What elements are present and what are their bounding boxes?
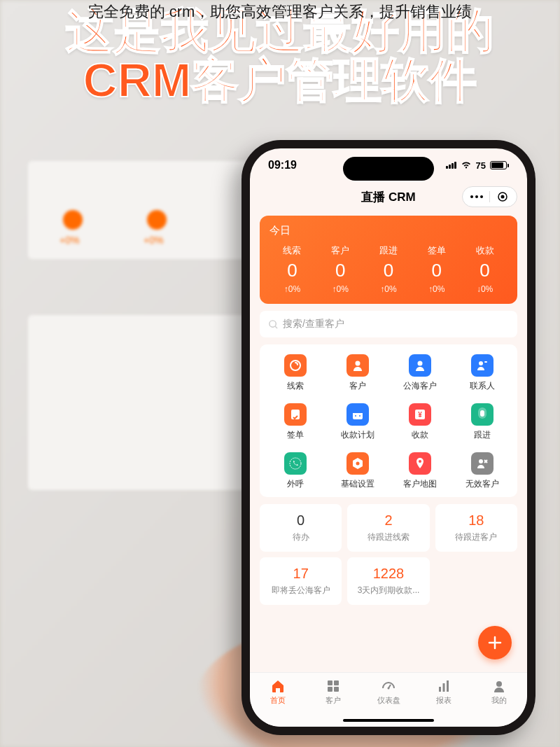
- svg-point-8: [355, 361, 360, 366]
- grid-label: 跟进: [474, 429, 491, 441]
- settings-icon: [346, 452, 369, 475]
- feature-grid-card: 线索 客户 公海客户 联系人 签单 收款计划¥ 收款 跟进 外呼 基础设置 客户…: [260, 344, 517, 497]
- stat-label: 线索: [268, 244, 316, 257]
- svg-point-0: [470, 195, 473, 198]
- search-placeholder: 搜索/查重客户: [283, 318, 344, 330]
- customers-tab-icon: [326, 678, 341, 694]
- tab-home[interactable]: 首页: [250, 678, 305, 727]
- stat-value: 0: [316, 260, 365, 281]
- tab-label: 报表: [436, 695, 451, 706]
- svg-point-5: [270, 320, 276, 326]
- task-label: 3天内到期收款...: [351, 585, 425, 596]
- grid-label: 签单: [287, 429, 304, 441]
- payment-icon: ¥: [409, 403, 431, 426]
- grid-item-invalid[interactable]: 无效客户: [452, 452, 512, 490]
- task-card[interactable]: 18 待跟进客户: [435, 504, 517, 552]
- bg-pct: +0%: [144, 235, 163, 246]
- grid-item-lead[interactable]: 线索: [265, 354, 325, 392]
- svg-point-10: [479, 361, 483, 365]
- task-card[interactable]: 17 即将丢公海客户: [260, 557, 342, 605]
- fab-add-button[interactable]: [478, 626, 512, 659]
- stat-label: 跟进: [365, 244, 413, 257]
- plus-icon: [488, 636, 502, 650]
- grid-item-public-customer[interactable]: 公海客户: [390, 354, 449, 392]
- task-card[interactable]: 1228 3天内到期收款...: [347, 557, 429, 605]
- task-number: 17: [264, 566, 337, 582]
- menu-dots-icon[interactable]: [470, 190, 484, 204]
- today-label: 今日: [268, 224, 509, 237]
- app-header: 直播 CRM: [250, 182, 527, 211]
- grid-item-payment[interactable]: ¥ 收款: [390, 403, 449, 441]
- home-indicator: [343, 719, 434, 722]
- stat-item[interactable]: 线索 0 ↑0%: [268, 244, 316, 294]
- svg-point-30: [388, 687, 390, 690]
- report-icon: [436, 678, 451, 694]
- bg-stat-dot: [147, 210, 167, 230]
- battery-icon: [490, 161, 509, 169]
- stat-label: 收款: [461, 244, 509, 257]
- grid-label: 公海客户: [403, 380, 437, 392]
- stat-delta: ↑0%: [412, 284, 461, 294]
- grid-label: 联系人: [470, 380, 495, 392]
- tab-label: 首页: [270, 695, 286, 706]
- battery-pct: 75: [476, 160, 486, 171]
- tab-label: 我的: [491, 695, 507, 706]
- grid-label: 基础设置: [341, 478, 374, 490]
- today-stats-card[interactable]: 今日 线索 0 ↑0%客户 0 ↑0%跟进 0 ↑0%签单 0 ↑0%收款 0 …: [260, 216, 517, 304]
- stat-value: 0: [461, 260, 509, 281]
- stat-value: 0: [412, 260, 461, 281]
- task-label: 即将丢公海客户: [264, 585, 337, 596]
- grid-item-call[interactable]: 外呼: [265, 452, 325, 490]
- svg-rect-33: [447, 680, 449, 692]
- bg-pct: +0%: [59, 235, 79, 246]
- caption-text: 完全免费的 crm，助您高效管理客户关系，提升销售业绩: [88, 1, 472, 22]
- wifi-icon: [461, 161, 472, 169]
- search-input[interactable]: 搜索/查重客户: [260, 311, 517, 337]
- tab-profile[interactable]: 我的: [472, 678, 527, 727]
- stat-item[interactable]: 收款 0 ↓0%: [461, 244, 509, 294]
- grid-label: 线索: [287, 380, 304, 392]
- svg-rect-25: [328, 680, 332, 685]
- status-time: 09:19: [268, 159, 297, 172]
- svg-point-19: [290, 458, 301, 469]
- task-label: 待跟进客户: [440, 531, 513, 543]
- map-icon: [409, 452, 431, 475]
- stat-item[interactable]: 客户 0 ↑0%: [316, 244, 365, 294]
- tab-bar: 首页 客户 仪表盘 报表 我的: [250, 672, 527, 727]
- grid-item-customer[interactable]: 客户: [328, 354, 387, 392]
- grid-label: 客户: [349, 380, 366, 392]
- stat-value: 0: [268, 260, 316, 281]
- svg-rect-14: [353, 410, 363, 413]
- task-number: 1228: [351, 566, 425, 582]
- task-card[interactable]: 2 待跟进线索: [347, 504, 429, 552]
- stat-label: 签单: [412, 244, 461, 257]
- lead-icon: [284, 354, 307, 377]
- task-card[interactable]: 0 待办: [260, 504, 342, 552]
- followup-icon: [471, 403, 493, 426]
- grid-item-contact[interactable]: 联系人: [452, 354, 512, 392]
- tab-label: 客户: [326, 695, 341, 706]
- grid-item-followup[interactable]: 跟进: [452, 403, 512, 441]
- stat-delta: ↑0%: [316, 284, 365, 294]
- signal-icon: [446, 162, 456, 169]
- task-number: 2: [351, 512, 425, 529]
- stat-item[interactable]: 签单 0 ↑0%: [412, 244, 461, 294]
- task-number: 0: [264, 512, 337, 529]
- svg-rect-32: [443, 683, 445, 692]
- stat-item[interactable]: 跟进 0 ↑0%: [365, 244, 413, 294]
- bg-panel-list: [28, 315, 252, 490]
- grid-label: 客户地图: [403, 478, 437, 490]
- bg-stat-dot: [63, 210, 83, 230]
- grid-item-settings[interactable]: 基础设置: [328, 452, 387, 490]
- grid-item-map[interactable]: 客户地图: [390, 452, 449, 490]
- grid-label: 收款计划: [341, 429, 374, 441]
- task-label: 待办: [264, 531, 337, 543]
- invalid-icon: [471, 452, 493, 475]
- task-grid: 0 待办2 待跟进线索18 待跟进客户17 即将丢公海客户1228 3天内到期收…: [260, 504, 517, 605]
- close-target-icon[interactable]: [496, 190, 510, 204]
- home-icon: [270, 678, 286, 694]
- grid-label: 收款: [412, 429, 428, 441]
- grid-item-order[interactable]: 签单: [265, 403, 325, 441]
- grid-item-payment-plan[interactable]: 收款计划: [328, 403, 387, 441]
- svg-rect-31: [439, 687, 441, 692]
